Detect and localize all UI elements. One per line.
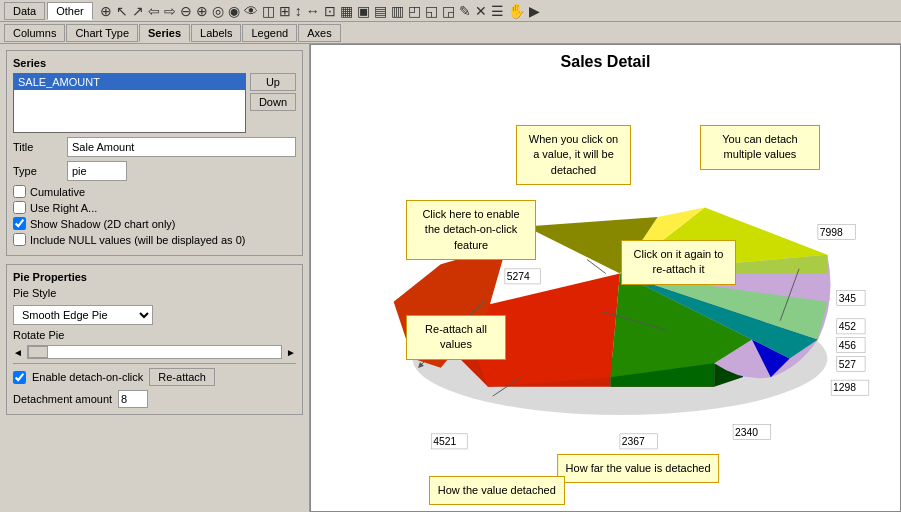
pie-properties-group: Pie Properties Pie Style Smooth Edge Pie… bbox=[6, 264, 303, 415]
tooltip-how-far-text: How far the value is detached bbox=[566, 462, 711, 474]
toolbar-icon-2[interactable]: ↖ bbox=[115, 2, 129, 20]
detach-amount-row: Detachment amount bbox=[13, 390, 296, 408]
subtab-series[interactable]: Series bbox=[139, 24, 190, 42]
enable-detach-label: Enable detach-on-click bbox=[32, 371, 143, 383]
svg-text:345: 345 bbox=[839, 293, 857, 304]
slider-row: ◄ ► bbox=[13, 345, 296, 359]
slider-left-arrow[interactable]: ◄ bbox=[13, 347, 23, 358]
toolbar-icon-22[interactable]: ◲ bbox=[441, 2, 456, 20]
tooltip-how-detached: How the value detached bbox=[429, 476, 565, 505]
tab-other[interactable]: Other bbox=[47, 2, 93, 20]
type-input[interactable] bbox=[67, 161, 127, 181]
toolbar-icon-12[interactable]: ⊞ bbox=[278, 2, 292, 20]
use-right-axis-row: Use Right A... bbox=[13, 201, 296, 214]
tooltip-multiple-values-text: You can detach multiple values bbox=[722, 133, 797, 160]
tooltip-click-again: Click on it again to re-attach it bbox=[621, 240, 736, 285]
title-row: Title bbox=[13, 137, 296, 157]
series-item-sale-amount[interactable]: SALE_AMOUNT bbox=[14, 74, 245, 90]
pie-properties-label: Pie Properties bbox=[13, 271, 296, 283]
up-button[interactable]: Up bbox=[250, 73, 296, 91]
use-right-axis-checkbox[interactable] bbox=[13, 201, 26, 214]
svg-text:7998: 7998 bbox=[820, 227, 843, 238]
toolbar-icon-4[interactable]: ⇦ bbox=[147, 2, 161, 20]
svg-text:4521: 4521 bbox=[433, 436, 456, 447]
toolbar-icon-8[interactable]: ◎ bbox=[211, 2, 225, 20]
toolbar-icon-7[interactable]: ⊕ bbox=[195, 2, 209, 20]
title-input[interactable] bbox=[67, 137, 296, 157]
tab-data[interactable]: Data bbox=[4, 2, 45, 20]
toolbar-icon-14[interactable]: ↔ bbox=[305, 2, 321, 20]
toolbar-icon-6[interactable]: ⊖ bbox=[179, 2, 193, 20]
svg-text:452: 452 bbox=[839, 321, 857, 332]
tooltip-detach-click-text: Click here to enable the detach-on-click… bbox=[422, 208, 519, 251]
cumulative-row: Cumulative bbox=[13, 185, 296, 198]
toolbar-icon-1[interactable]: ⊕ bbox=[99, 2, 113, 20]
separator bbox=[13, 363, 296, 364]
toolbar-icon-5[interactable]: ⇨ bbox=[163, 2, 177, 20]
enable-detach-checkbox[interactable] bbox=[13, 371, 26, 384]
slider-right-arrow[interactable]: ► bbox=[286, 347, 296, 358]
include-null-label: Include NULL values (will be displayed a… bbox=[30, 234, 245, 246]
subtab-columns[interactable]: Columns bbox=[4, 24, 65, 42]
slider-thumb bbox=[28, 346, 48, 358]
title-label: Title bbox=[13, 141, 63, 153]
tooltip-multiple-values: You can detach multiple values bbox=[700, 125, 820, 170]
toolbar-icon-16[interactable]: ▦ bbox=[339, 2, 354, 20]
tooltip-reattach-text: Re-attach all values bbox=[425, 323, 487, 350]
toolbar-icons: ⊕ ↖ ↗ ⇦ ⇨ ⊖ ⊕ ◎ ◉ 👁 ◫ ⊞ ↕ ↔ ⊡ ▦ ▣ ▤ ▥ ◰ … bbox=[99, 2, 541, 20]
tooltip-how-detached-text: How the value detached bbox=[438, 484, 556, 496]
series-buttons: Up Down bbox=[250, 73, 296, 133]
include-null-row: Include NULL values (will be displayed a… bbox=[13, 233, 296, 246]
svg-text:1298: 1298 bbox=[833, 382, 856, 393]
toolbar-icon-13[interactable]: ↕ bbox=[294, 2, 303, 20]
cumulative-label: Cumulative bbox=[30, 186, 85, 198]
detach-row: Enable detach-on-click Re-attach bbox=[13, 368, 296, 386]
subtab-axes[interactable]: Axes bbox=[298, 24, 340, 42]
tooltip-click-again-text: Click on it again to re-attach it bbox=[634, 248, 724, 275]
toolbar-icon-23[interactable]: ✎ bbox=[458, 2, 472, 20]
include-null-checkbox[interactable] bbox=[13, 233, 26, 246]
toolbar-icon-10[interactable]: 👁 bbox=[243, 2, 259, 20]
toolbar-icon-9[interactable]: ◉ bbox=[227, 2, 241, 20]
svg-text:2340: 2340 bbox=[735, 427, 758, 438]
rotate-pie-label: Rotate Pie bbox=[13, 329, 64, 341]
toolbar-icon-3[interactable]: ↗ bbox=[131, 2, 145, 20]
toolbar-icon-21[interactable]: ◱ bbox=[424, 2, 439, 20]
toolbar-icon-26[interactable]: ✋ bbox=[507, 2, 526, 20]
toolbar-icon-24[interactable]: ✕ bbox=[474, 2, 488, 20]
subtab-legend[interactable]: Legend bbox=[242, 24, 297, 42]
toolbar-icon-17[interactable]: ▣ bbox=[356, 2, 371, 20]
main-layout: Series SALE_AMOUNT Up Down Title Type bbox=[0, 44, 901, 512]
series-listbox[interactable]: SALE_AMOUNT bbox=[13, 73, 246, 133]
series-item-empty bbox=[14, 90, 245, 110]
toolbar-icon-25[interactable]: ☰ bbox=[490, 2, 505, 20]
type-label: Type bbox=[13, 165, 63, 177]
reattach-button[interactable]: Re-attach bbox=[149, 368, 215, 386]
right-panel: Sales Detail bbox=[310, 44, 901, 512]
pie-style-row: Pie Style bbox=[13, 287, 296, 301]
toolbar-icon-11[interactable]: ◫ bbox=[261, 2, 276, 20]
toolbar-icon-19[interactable]: ▥ bbox=[390, 2, 405, 20]
chart-title: Sales Detail bbox=[311, 45, 900, 75]
subtab-labels[interactable]: Labels bbox=[191, 24, 241, 42]
show-shadow-checkbox[interactable] bbox=[13, 217, 26, 230]
cumulative-checkbox[interactable] bbox=[13, 185, 26, 198]
slider-track[interactable] bbox=[27, 345, 282, 359]
tooltip-how-far: How far the value is detached bbox=[557, 454, 720, 483]
series-group: Series SALE_AMOUNT Up Down Title Type bbox=[6, 50, 303, 256]
subtab-chart-type[interactable]: Chart Type bbox=[66, 24, 138, 42]
svg-text:2367: 2367 bbox=[622, 436, 645, 447]
tooltip-reattach: Re-attach all values bbox=[406, 315, 506, 360]
pie-style-label: Pie Style bbox=[13, 287, 56, 299]
rotate-pie-row: Rotate Pie bbox=[13, 329, 296, 341]
tooltip-detach-click: Click here to enable the detach-on-click… bbox=[406, 200, 536, 260]
tooltip-click-value-text: When you click on a value, it will be de… bbox=[529, 133, 618, 176]
toolbar-icon-27[interactable]: ▶ bbox=[528, 2, 541, 20]
toolbar-icon-15[interactable]: ⊡ bbox=[323, 2, 337, 20]
detachment-amount-input[interactable] bbox=[118, 390, 148, 408]
toolbar-icon-18[interactable]: ▤ bbox=[373, 2, 388, 20]
toolbar-icon-20[interactable]: ◰ bbox=[407, 2, 422, 20]
pie-style-select[interactable]: Smooth Edge Pie bbox=[13, 305, 153, 325]
down-button[interactable]: Down bbox=[250, 93, 296, 111]
svg-text:456: 456 bbox=[839, 340, 857, 351]
